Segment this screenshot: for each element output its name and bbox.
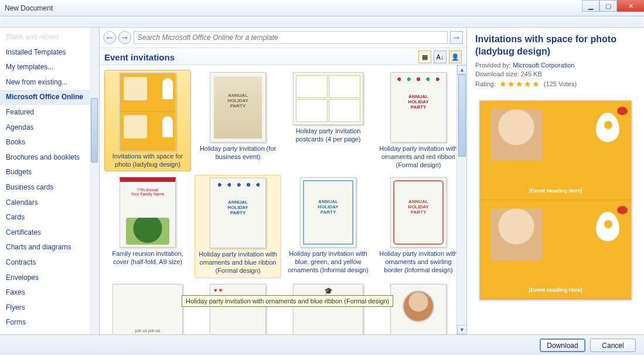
template-thumbnail <box>210 72 266 143</box>
sidebar-scrollbar[interactable] <box>90 28 99 334</box>
template-tile[interactable] <box>375 282 462 335</box>
template-tile[interactable] <box>104 282 191 335</box>
template-thumbnail <box>293 72 363 125</box>
download-size-label: Download size: <box>475 70 519 77</box>
preview-caption: [Event Heading Here] <box>480 188 631 194</box>
template-thumbnail <box>120 73 176 150</box>
scroll-up-arrow[interactable]: ▲ <box>457 65 466 75</box>
template-label: Holiday party invitation (for business e… <box>197 145 279 161</box>
template-thumbnail <box>210 284 266 335</box>
sidebar-item-contracts[interactable]: Contracts <box>0 255 99 271</box>
sidebar-item-certificates[interactable]: Certificates <box>0 225 99 241</box>
template-categories-sidebar: Blank and recentInstalled TemplatesMy te… <box>0 28 100 334</box>
template-label: Holiday party invitation with blue, gree… <box>287 250 369 274</box>
sidebar-item[interactable]: Installed Templates <box>0 45 99 60</box>
template-thumbnail <box>113 284 183 335</box>
template-tile[interactable] <box>195 282 281 335</box>
template-thumbnail <box>120 177 176 248</box>
provided-by-label: Provided by: <box>475 62 511 69</box>
template-label: Holiday party invitation with ornaments … <box>197 251 278 275</box>
sidebar-item-calendars[interactable]: Calendars <box>0 195 99 211</box>
provider-link[interactable]: Microsoft Corporation <box>513 62 574 69</box>
maximize-button[interactable]: ▢ <box>599 0 617 12</box>
sidebar-item-books[interactable]: Books <box>0 135 99 150</box>
download-button[interactable]: Download <box>540 339 585 352</box>
sidebar-item-budgets[interactable]: Budgets <box>0 165 99 180</box>
cancel-button[interactable]: Cancel <box>590 339 636 352</box>
preview-pane: Invitations with space for photo (ladybu… <box>467 28 644 334</box>
community-filter-button[interactable]: 👤 <box>449 50 462 63</box>
template-thumbnail <box>390 284 447 335</box>
template-label: Holiday party invitation with ornaments … <box>377 250 459 274</box>
template-tile[interactable]: Holiday party invitation with ornaments … <box>375 70 462 171</box>
gallery-scrollbar[interactable]: ▲ ▼ <box>456 65 466 334</box>
sidebar-item-cards[interactable]: Cards <box>0 210 99 225</box>
template-label: Holiday party invitation with ornaments … <box>377 145 459 169</box>
template-gallery: Invitations with space for photo (ladybu… <box>100 65 466 334</box>
scroll-down-arrow[interactable]: ▼ <box>457 325 466 334</box>
template-thumbnail <box>390 72 447 143</box>
sidebar-item-agendas[interactable]: Agendas <box>0 120 99 136</box>
sidebar-item-flyers[interactable]: Flyers <box>0 300 99 316</box>
sidebar-item-forms[interactable]: Forms <box>0 315 99 330</box>
minimize-button[interactable]: ▁ <box>582 0 599 12</box>
template-label: Invitations with space for photo (ladybu… <box>107 153 188 169</box>
preview-thumbnail: [Event Heading Here] [Event Heading Here… <box>479 100 632 300</box>
sidebar-item-inventories[interactable]: Inventories <box>0 330 99 334</box>
nav-forward-button[interactable]: → <box>118 31 131 44</box>
template-label: Family reunion invitation, cover (half-f… <box>107 250 189 266</box>
sidebar-item[interactable]: New from existing... <box>0 75 99 90</box>
sidebar-item-faxes[interactable]: Faxes <box>0 285 99 300</box>
gallery-scroll-thumb[interactable] <box>458 75 466 157</box>
template-tile[interactable]: Invitations with space for photo (ladybu… <box>104 70 191 171</box>
window-title: New Document <box>5 4 53 12</box>
search-go-button[interactable]: → <box>450 31 463 44</box>
background-ribbon <box>0 16 644 27</box>
nav-back-button[interactable]: ← <box>103 31 116 44</box>
template-tile[interactable]: Holiday party invitation postcards (4 pe… <box>285 70 372 171</box>
template-tile[interactable]: Holiday party invitation with ornaments … <box>195 175 281 278</box>
sidebar-item-featured[interactable]: Featured <box>0 105 99 120</box>
sort-button[interactable]: A↓ <box>434 50 447 63</box>
template-thumbnail <box>390 177 447 248</box>
sidebar-item-envelopes[interactable]: Envelopes <box>0 271 99 286</box>
template-tile[interactable]: Family reunion invitation, cover (half-f… <box>104 175 191 278</box>
rating-votes: (125 Votes) <box>544 80 577 87</box>
template-tile[interactable]: Holiday party invitation (for business e… <box>195 70 281 171</box>
download-size-value: 245 KB <box>521 70 542 77</box>
view-medium-icon[interactable]: ▦ <box>418 50 431 63</box>
template-tile[interactable]: Holiday party invitation with blue, gree… <box>285 175 372 278</box>
sidebar-scroll-thumb[interactable] <box>91 98 98 163</box>
tooltip: Holiday party invitation with ornaments … <box>182 295 393 307</box>
sidebar-item-charts-and-diagrams[interactable]: Charts and diagrams <box>0 240 99 255</box>
template-thumbnail <box>210 178 266 248</box>
rating-label: Rating: <box>475 80 496 87</box>
category-title: Event invitations <box>104 52 175 62</box>
sidebar-item-brochures-and-booklets[interactable]: Brochures and booklets <box>0 150 99 165</box>
template-thumbnail <box>300 177 356 248</box>
title-bar: New Document ▁ ▢ ✕ <box>0 0 644 16</box>
rating-stars: ★★★★★ <box>499 79 540 89</box>
preview-title: Invitations with space for photo (ladybu… <box>475 33 636 58</box>
search-input[interactable] <box>134 31 448 44</box>
close-button[interactable]: ✕ <box>617 0 644 12</box>
template-tile[interactable]: Holiday party invitation with ornaments … <box>375 175 462 278</box>
sidebar-item-business-cards[interactable]: Business cards <box>0 180 99 195</box>
sidebar-section-header: Microsoft Office Online <box>0 90 99 105</box>
sidebar-item[interactable]: My templates... <box>0 60 99 75</box>
sidebar-item[interactable]: Blank and recent <box>0 30 99 45</box>
template-tile[interactable] <box>285 282 372 335</box>
preview-caption: [Event Heading Here] <box>480 287 631 293</box>
template-label: Holiday party invitation postcards (4 pe… <box>287 127 369 144</box>
template-thumbnail <box>293 284 363 335</box>
